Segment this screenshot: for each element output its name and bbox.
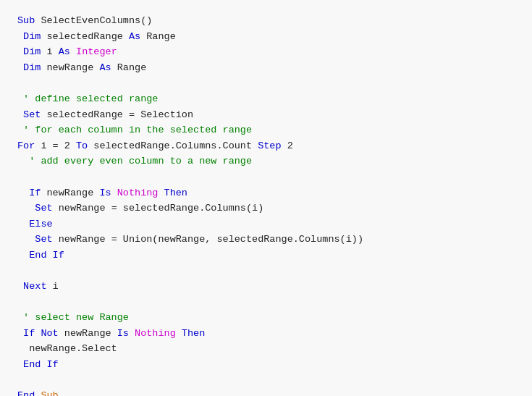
code-line: Dim newRange As Range xyxy=(17,60,515,76)
code-line: Set selectedRange = Selection xyxy=(17,107,515,123)
code-line xyxy=(17,373,515,389)
code-line xyxy=(17,75,515,91)
code-line: If Not newRange Is Nothing Then xyxy=(17,326,515,342)
code-line xyxy=(17,169,515,185)
code-line: Else xyxy=(17,216,515,232)
code-line: Sub SelectEvenColumns() xyxy=(17,13,515,29)
code-line: End If xyxy=(17,357,515,373)
code-line: Next i xyxy=(17,279,515,295)
code-line: If newRange Is Nothing Then xyxy=(17,185,515,201)
code-line: End Sub xyxy=(17,388,515,396)
code-line: Set newRange = Union(newRange, selectedR… xyxy=(17,232,515,248)
code-line: Set newRange = selectedRange.Columns(i) xyxy=(17,201,515,216)
code-line xyxy=(17,264,515,279)
code-line: ' add every even column to a new range xyxy=(17,153,515,169)
code-line: Dim selectedRange As Range xyxy=(17,29,515,45)
code-line: ' for each column in the selected range xyxy=(17,122,515,138)
code-line: ' define selected range xyxy=(17,91,515,107)
code-line xyxy=(17,295,515,311)
code-line: ' select new Range xyxy=(17,310,515,326)
code-line: End If xyxy=(17,248,515,264)
code-line: newRange.Select xyxy=(17,341,515,357)
code-editor: Sub SelectEvenColumns() Dim selectedRang… xyxy=(0,0,532,396)
code-line: Dim i As Integer xyxy=(17,44,515,60)
code-line: For i = 2 To selectedRange.Columns.Count… xyxy=(17,138,515,154)
